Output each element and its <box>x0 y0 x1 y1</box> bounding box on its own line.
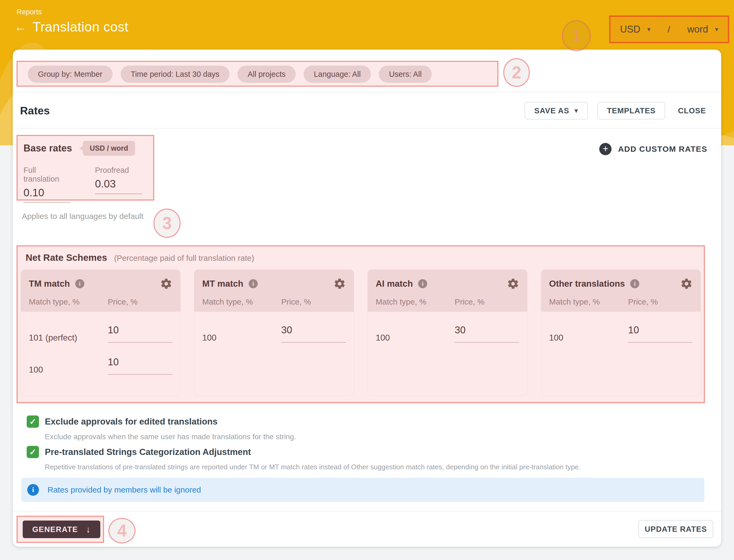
filter-chip-language[interactable]: Language: All <box>303 66 371 83</box>
rate-row: 100 30 <box>202 325 346 343</box>
filter-chip-projects[interactable]: All projects <box>237 66 295 83</box>
full-translation-field: Full translation 0.10 <box>23 166 70 203</box>
match-type-column-label: Match type, % <box>376 297 455 306</box>
info-icon[interactable]: i <box>630 279 639 288</box>
page: Reports ← Translation cost USD ▾ / word … <box>0 0 734 560</box>
match-type-column-label: Match type, % <box>549 297 628 306</box>
proofread-label: Proofread <box>95 166 142 175</box>
price-input[interactable]: 10 <box>108 357 172 375</box>
full-translation-label: Full translation <box>23 166 70 183</box>
gear-icon[interactable] <box>160 278 172 290</box>
match-type-value: 100 <box>549 333 628 343</box>
price-input[interactable]: 10 <box>628 325 693 343</box>
checkbox-checked[interactable]: ✓ <box>27 415 39 428</box>
info-icon[interactable]: i <box>249 279 258 288</box>
proofread-field: Proofread 0.03 <box>95 166 142 203</box>
info-icon[interactable]: i <box>418 279 427 288</box>
report-unit-selector: USD ▾ / word ▾ <box>609 15 729 43</box>
page-title: Translation cost <box>33 19 128 35</box>
chevron-down-icon: ▾ <box>647 26 651 33</box>
match-type-value: 100 <box>376 333 455 343</box>
price-input[interactable]: 30 <box>455 325 519 343</box>
breadcrumb[interactable]: Reports <box>17 8 42 16</box>
filter-chip-group-by[interactable]: Group by: Member <box>28 66 113 83</box>
base-rates-note: Applies to all languages by default <box>22 212 143 221</box>
price-column-label: Price, % <box>628 297 693 306</box>
ai-match-title: AI match <box>376 279 413 289</box>
option-exclude-approvals: ✓ Exclude approvals for edited translati… <box>27 415 296 441</box>
option-label: Pre-translated Strings Categorization Ad… <box>45 447 251 457</box>
mt-match-card: MT match i Match type, % Price, % <box>194 270 354 396</box>
info-banner-text: Rates provided by members will be ignore… <box>47 485 201 494</box>
option-pretranslated-adjustment: ✓ Pre-translated Strings Categorization … <box>27 446 581 471</box>
add-custom-rates-label: ADD CUSTOM RATES <box>618 145 707 154</box>
unit-separator: / <box>668 24 670 35</box>
option-description: Exclude approvals when the same user has… <box>45 433 296 441</box>
match-type-value: 100 <box>202 333 281 343</box>
tm-match-card: TM match i Match type, % Price, % <box>21 270 180 396</box>
proofread-input[interactable]: 0.03 <box>95 178 142 194</box>
base-rates-section: Base rates USD / word Full translation 0… <box>17 135 154 201</box>
back-arrow-icon[interactable]: ← <box>14 21 27 33</box>
chevron-down-icon: ▾ <box>715 26 718 33</box>
info-banner: i Rates provided by members will be igno… <box>21 478 704 502</box>
match-type-value: 101 (perfect) <box>29 333 108 343</box>
close-button[interactable]: CLOSE <box>675 102 709 119</box>
base-rates-title: Base rates <box>23 143 72 154</box>
match-type-column-label: Match type, % <box>29 297 108 306</box>
currency-select[interactable]: USD ▾ <box>620 24 651 35</box>
rate-row: 101 (perfect) 10 <box>29 325 172 343</box>
other-translations-title: Other translations <box>549 279 625 289</box>
match-type-value: 100 <box>29 365 108 375</box>
rate-row: 100 30 <box>376 325 519 343</box>
unit-select[interactable]: word ▾ <box>687 24 718 35</box>
toolbar-buttons: SAVE AS ▾ TEMPLATES CLOSE <box>525 102 709 119</box>
tm-match-title: TM match <box>29 279 70 289</box>
ai-match-card: AI match i Match type, % Price, % <box>368 270 527 396</box>
gear-icon[interactable] <box>680 278 693 290</box>
add-custom-rates-button[interactable]: + ADD CUSTOM RATES <box>599 143 707 155</box>
option-description: Repetitive translations of pre-translate… <box>45 463 581 471</box>
rates-heading: Rates <box>20 105 50 117</box>
full-translation-input[interactable]: 0.10 <box>23 187 70 203</box>
generate-button[interactable]: GENERATE ↓ <box>23 521 100 538</box>
price-column-label: Price, % <box>108 297 172 306</box>
price-input[interactable]: 30 <box>281 325 346 343</box>
mt-match-title: MT match <box>202 279 243 289</box>
match-type-column-label: Match type, % <box>202 297 281 306</box>
gear-icon[interactable] <box>333 278 346 290</box>
divider <box>13 128 721 129</box>
save-as-label: SAVE AS <box>534 106 569 115</box>
filter-chip-time-period[interactable]: Time period: Last 30 days <box>121 66 230 83</box>
net-rate-schemes-subtitle: (Percentage paid of full translation rat… <box>114 254 254 263</box>
price-column-label: Price, % <box>281 297 346 306</box>
info-icon[interactable]: i <box>75 279 84 288</box>
other-translations-card: Other translations i Match type, % Price… <box>541 270 701 396</box>
save-as-button[interactable]: SAVE AS ▾ <box>525 102 588 119</box>
base-rates-unit-badge: USD / word <box>83 141 135 156</box>
info-icon: i <box>27 484 39 496</box>
net-rate-schemes-title: Net Rate Schemes <box>26 252 107 263</box>
divider <box>13 511 721 511</box>
checkbox-checked[interactable]: ✓ <box>27 446 39 458</box>
rate-row: 100 10 <box>549 325 693 343</box>
currency-value: USD <box>620 24 640 35</box>
templates-button[interactable]: TEMPLATES <box>597 102 665 119</box>
price-input[interactable]: 10 <box>108 325 172 343</box>
gear-icon[interactable] <box>507 278 519 290</box>
generate-label: GENERATE <box>32 525 78 534</box>
title-row: ← Translation cost <box>14 19 128 35</box>
rate-row: 100 10 <box>29 357 172 375</box>
report-settings-card: Group by: Member Time period: Last 30 da… <box>13 50 721 547</box>
price-column-label: Price, % <box>455 297 519 306</box>
download-arrow-icon: ↓ <box>86 524 91 535</box>
unit-value: word <box>687 24 708 35</box>
chevron-down-icon: ▾ <box>575 107 578 114</box>
divider <box>13 92 721 92</box>
net-rate-schemes-section: Net Rate Schemes (Percentage paid of ful… <box>17 245 705 403</box>
option-label: Exclude approvals for edited translation… <box>45 417 217 427</box>
update-rates-button[interactable]: UPDATE RATES <box>639 520 713 538</box>
filters-row: Group by: Member Time period: Last 30 da… <box>28 66 432 83</box>
rate-scheme-cards: TM match i Match type, % Price, % <box>21 270 701 396</box>
filter-chip-users[interactable]: Users: All <box>379 66 432 83</box>
